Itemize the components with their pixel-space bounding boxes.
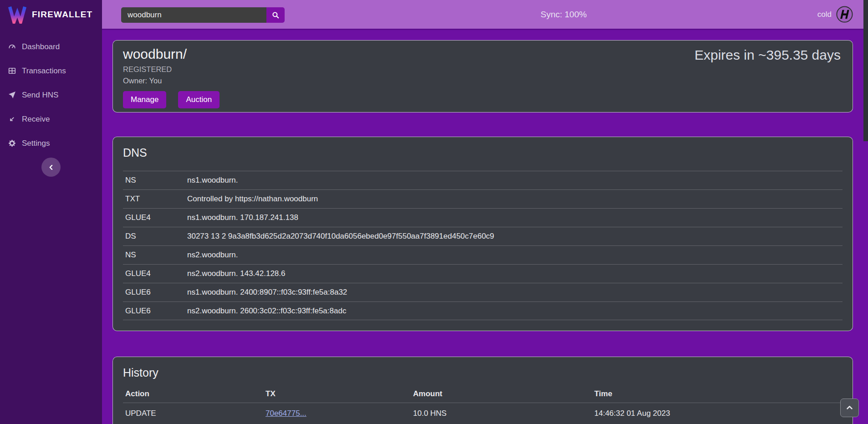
dns-record-value: ns1.woodburn. 170.187.241.138 <box>187 213 842 222</box>
dns-record-type: GLUE6 <box>125 307 187 316</box>
dns-record-row: GLUE4 ns1.woodburn. 170.187.241.138 <box>123 208 842 227</box>
domain-status: REGISTERED <box>123 65 842 74</box>
history-col-time: Time <box>594 389 842 398</box>
search-button[interactable] <box>266 7 285 23</box>
history-card: History Action TX Amount Time UPDATE 70e… <box>112 357 853 424</box>
sync-status: Sync: 100% <box>541 0 587 29</box>
sidebar-item-label: Settings <box>22 139 50 148</box>
dns-record-type: GLUE6 <box>125 288 187 297</box>
dns-record-value: 30273 13 2 9a3a8fb3d625d2a2073d740f10da6… <box>187 232 842 241</box>
sidebar-item-send-hns[interactable]: Send HNS <box>0 83 102 107</box>
dns-card: DNS NS ns1.woodburn. TXT Controlled by h… <box>112 137 853 331</box>
sidebar-item-dashboard[interactable]: Dashboard <box>0 35 102 59</box>
dns-record-value: ns2.woodburn. 2600:3c02::f03c:93ff:fe5a:… <box>187 307 842 316</box>
gauge-icon <box>8 43 16 51</box>
dns-record-row: TXT Controlled by https://nathan.woodbur… <box>123 189 842 208</box>
firewallet-logo-icon <box>7 5 27 24</box>
handshake-logo-icon[interactable] <box>836 5 853 23</box>
dns-record-type: NS <box>125 250 187 260</box>
tx-link[interactable]: 70e64775... <box>266 409 306 418</box>
topbar: Sync: 100% cold <box>102 0 868 30</box>
history-title: History <box>123 366 842 379</box>
dns-record-value: Controlled by https://nathan.woodburn <box>187 194 842 204</box>
sidebar-item-receive[interactable]: Receive <box>0 107 102 131</box>
history-row: UPDATE 70e64775... 10.0 HNS 14:46:32 01 … <box>123 403 842 424</box>
sidebar: FIREWALLET Dashboard Transactions Send H… <box>0 0 102 424</box>
dns-record-type: GLUE4 <box>125 269 187 278</box>
dns-record-value: ns2.woodburn. <box>187 250 842 260</box>
table-icon <box>8 67 16 75</box>
history-col-tx: TX <box>266 389 413 398</box>
scroll-to-top-button[interactable] <box>840 398 859 417</box>
dns-record-row: GLUE6 ns1.woodburn. 2400:8907::f03c:93ff… <box>123 283 842 301</box>
search-icon <box>272 11 280 19</box>
auction-button[interactable]: Auction <box>178 91 220 108</box>
dns-record-value: ns1.woodburn. 2400:8907::f03c:93ff:fe5a:… <box>187 288 842 297</box>
dns-record-row: GLUE4 ns2.woodburn. 143.42.128.6 <box>123 264 842 283</box>
sidebar-item-label: Dashboard <box>22 42 60 51</box>
history-header-row: Action TX Amount Time <box>123 385 842 403</box>
brand-title: FIREWALLET <box>32 10 92 20</box>
history-col-action: Action <box>125 389 266 398</box>
dns-record-row: GLUE6 ns2.woodburn. 2600:3c02::f03c:93ff… <box>123 301 842 320</box>
dns-record-type: DS <box>125 232 187 241</box>
dns-title: DNS <box>123 146 842 159</box>
sidebar-item-label: Send HNS <box>22 91 58 100</box>
chevron-up-icon <box>846 404 853 411</box>
dns-table: NS ns1.woodburn. TXT Controlled by https… <box>123 171 842 320</box>
manage-button[interactable]: Manage <box>123 91 166 108</box>
domain-owner: Owner: You <box>123 77 842 85</box>
history-time: 14:46:32 01 Aug 2023 <box>594 409 842 418</box>
paper-plane-icon <box>8 91 16 99</box>
sidebar-collapse-button[interactable] <box>41 158 61 177</box>
search-input[interactable] <box>121 7 266 23</box>
dns-record-row: NS ns1.woodburn. <box>123 171 842 189</box>
history-col-amount: Amount <box>413 389 594 398</box>
brand: FIREWALLET <box>0 0 102 27</box>
arrow-down-left-icon <box>8 115 16 123</box>
history-amount: 10.0 HNS <box>413 409 594 418</box>
sidebar-item-label: Receive <box>22 115 50 124</box>
dns-record-type: TXT <box>125 194 187 204</box>
wallet-name: cold <box>817 10 832 19</box>
sidebar-item-transactions[interactable]: Transactions <box>0 59 102 83</box>
history-action: UPDATE <box>125 409 266 418</box>
dns-record-row: DS 30273 13 2 9a3a8fb3d625d2a2073d740f10… <box>123 227 842 245</box>
search-group <box>121 7 285 23</box>
domain-card: woodburn/ REGISTERED Owner: You Manage A… <box>112 40 853 112</box>
chevron-left-icon <box>48 164 54 170</box>
expires-label: Expires in ~395.35 days <box>694 47 841 63</box>
page-content: woodburn/ REGISTERED Owner: You Manage A… <box>102 30 863 424</box>
dns-record-type: NS <box>125 176 187 185</box>
sidebar-nav: Dashboard Transactions Send HNS Receive … <box>0 35 102 155</box>
gear-icon <box>8 139 16 147</box>
wallet-group: cold <box>817 0 853 29</box>
dns-record-value: ns1.woodburn. <box>187 176 842 185</box>
dns-record-row: NS ns2.woodburn. <box>123 245 842 264</box>
dns-record-type: GLUE4 <box>125 213 187 222</box>
main-area: Sync: 100% cold woodburn/ REGISTERED Own… <box>102 0 868 424</box>
sidebar-item-label: Transactions <box>22 66 66 76</box>
dns-record-value: ns2.woodburn. 143.42.128.6 <box>187 269 842 278</box>
domain-actions: Manage Auction <box>123 91 842 108</box>
sidebar-item-settings[interactable]: Settings <box>0 131 102 155</box>
scrollbar-thumb[interactable] <box>863 0 868 141</box>
